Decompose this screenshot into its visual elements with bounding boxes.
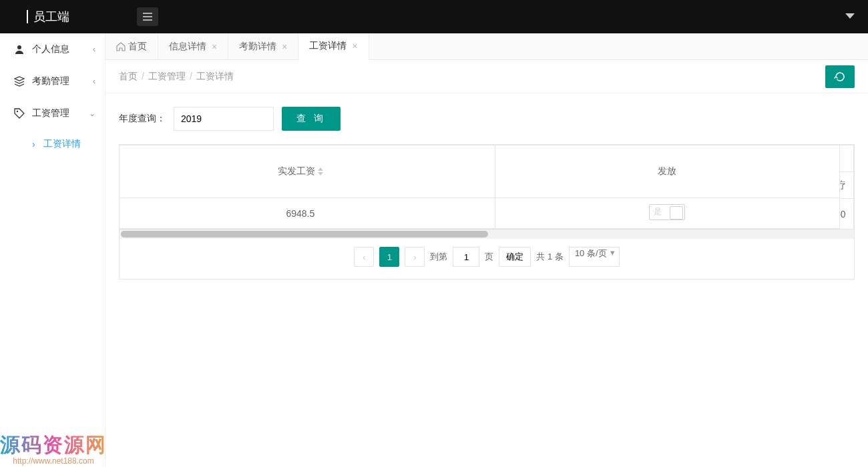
sidebar: 个人信息 ‹ 考勤管理 ‹ 工资管理 ⌄ 工资详情 bbox=[0, 33, 105, 467]
tab-label: 信息详情 bbox=[169, 41, 206, 53]
table-row: 6948.5 是 bbox=[119, 198, 840, 229]
sidebar-item-label: 考勤管理 bbox=[32, 75, 69, 87]
cell-paid: 是 bbox=[495, 198, 839, 229]
watermark: 源码资源网 http://www.net188.com bbox=[0, 432, 107, 466]
breadcrumb-home[interactable]: 首页 bbox=[119, 71, 138, 81]
tab-label: 首页 bbox=[128, 41, 147, 53]
close-icon[interactable]: × bbox=[212, 41, 217, 52]
sidebar-item-attendance[interactable]: 考勤管理 ‹ bbox=[0, 65, 105, 97]
sidebar-subitem-label: 工资详情 bbox=[43, 138, 81, 150]
breadcrumb-page: 工资详情 bbox=[196, 71, 234, 81]
page-goto-input[interactable] bbox=[453, 247, 479, 267]
query-bar: 年度查询： 查 询 bbox=[105, 93, 868, 144]
year-input[interactable] bbox=[174, 107, 274, 131]
tab-home[interactable]: 首页 bbox=[105, 33, 158, 59]
page-size-select[interactable]: 10 条/页 bbox=[569, 247, 620, 267]
home-icon bbox=[116, 42, 126, 51]
top-bar: 员工端 bbox=[0, 0, 868, 33]
col-net[interactable]: 实发工资 bbox=[278, 165, 315, 176]
sort-icon[interactable] bbox=[318, 167, 323, 175]
watermark-url: http://www.net188.com bbox=[0, 456, 107, 466]
menu-toggle-button[interactable] bbox=[137, 7, 158, 26]
tab-salary-detail[interactable]: 工资详情 × bbox=[298, 33, 369, 60]
close-icon[interactable]: × bbox=[352, 41, 357, 51]
user-menu-caret-icon[interactable] bbox=[845, 13, 855, 19]
tab-label: 考勤详情 bbox=[239, 41, 276, 53]
tag-icon bbox=[13, 107, 25, 119]
pager-unit: 页 bbox=[485, 251, 493, 263]
user-icon bbox=[13, 43, 25, 55]
sidebar-item-label: 个人信息 bbox=[32, 43, 69, 55]
refresh-icon bbox=[834, 71, 846, 83]
breadcrumb-section[interactable]: 工资管理 bbox=[148, 71, 186, 81]
pagination: ‹ 1 › 到第 页 确定 共 1 条 10 条/页 bbox=[120, 239, 854, 279]
table-fixed-right: 实发工资发放 6948.5 是 bbox=[119, 145, 840, 229]
brand: 员工端 bbox=[0, 9, 130, 25]
tab-info-detail[interactable]: 信息详情 × bbox=[158, 33, 228, 59]
tab-bar: 首页 信息详情 × 考勤详情 × 工资详情 × bbox=[105, 33, 868, 60]
chevron-down-icon: ⌄ bbox=[89, 109, 95, 118]
sidebar-subitem-salary-detail[interactable]: 工资详情 bbox=[0, 129, 105, 159]
sidebar-item-profile[interactable]: 个人信息 ‹ bbox=[0, 33, 105, 65]
scrollbar-thumb[interactable] bbox=[121, 231, 488, 238]
brand-separator-icon bbox=[27, 10, 28, 23]
svg-point-1 bbox=[17, 111, 18, 112]
cell-net: 6948.5 bbox=[119, 198, 495, 229]
salary-table: 月份 应发工资 基本工资 其他工资 补贴 奖金 餐饮 岗位 交通 bbox=[119, 144, 855, 280]
col-paid: 发放 bbox=[495, 145, 839, 198]
sidebar-item-salary[interactable]: 工资管理 ⌄ bbox=[0, 97, 105, 129]
sidebar-item-label: 工资管理 bbox=[32, 107, 69, 119]
pager-goto-label: 到第 bbox=[430, 251, 447, 263]
paid-switch[interactable]: 是 bbox=[649, 204, 685, 220]
chevron-left-icon: ‹ bbox=[93, 45, 95, 54]
refresh-button[interactable] bbox=[825, 65, 855, 88]
page-go-button[interactable]: 确定 bbox=[499, 247, 531, 267]
query-button[interactable]: 查 询 bbox=[282, 107, 341, 131]
breadcrumb: 首页/工资管理/工资详情 bbox=[119, 71, 825, 83]
page-number-button[interactable]: 1 bbox=[379, 247, 399, 267]
watermark-title: 源码资源网 bbox=[0, 432, 107, 459]
tab-attendance-detail[interactable]: 考勤详情 × bbox=[228, 33, 298, 59]
brand-title: 员工端 bbox=[33, 9, 69, 25]
chevron-left-icon: ‹ bbox=[93, 77, 95, 86]
page-prev-button[interactable]: ‹ bbox=[354, 247, 374, 267]
tab-label: 工资详情 bbox=[309, 40, 347, 52]
pager-total: 共 1 条 bbox=[536, 251, 563, 263]
close-icon[interactable]: × bbox=[282, 41, 287, 52]
page-next-button[interactable]: › bbox=[405, 247, 425, 267]
svg-point-0 bbox=[17, 45, 21, 49]
layers-icon bbox=[13, 75, 25, 87]
query-label: 年度查询： bbox=[119, 113, 166, 125]
breadcrumb-bar: 首页/工资管理/工资详情 bbox=[105, 60, 868, 93]
horizontal-scrollbar[interactable] bbox=[120, 229, 854, 239]
